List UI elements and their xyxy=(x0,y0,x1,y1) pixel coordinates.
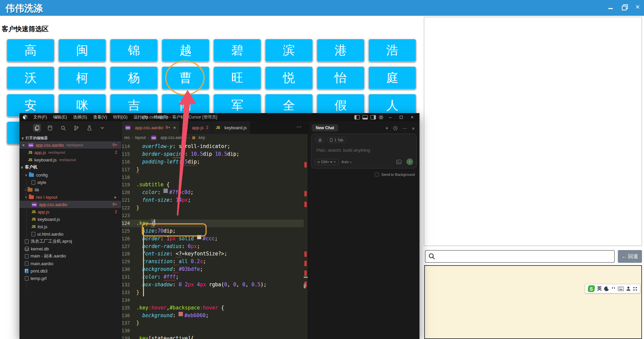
customer-key-button[interactable]: 锦 xyxy=(110,39,158,62)
history-icon[interactable] xyxy=(393,126,398,131)
menu-item[interactable]: 文件(F) xyxy=(30,114,50,120)
editor-tab[interactable]: JSkeyboard.js xyxy=(212,121,251,134)
customer-key-button[interactable]: 浩 xyxy=(368,39,416,62)
ide-maximize-icon[interactable] xyxy=(400,116,403,119)
close-panel-icon[interactable]: × xyxy=(412,126,415,131)
search-icon[interactable] xyxy=(59,124,67,132)
tree-row[interactable]: JSlist.js xyxy=(19,223,121,230)
punctuation-icon[interactable] xyxy=(611,286,615,291)
sogou-logo-icon[interactable]: S xyxy=(588,285,595,292)
editor-tab[interactable]: cssapp.css.aardio9+× xyxy=(121,121,180,134)
tree-row[interactable]: main - 副本.aardio xyxy=(19,252,121,260)
code-line[interactable]: 123 xyxy=(121,212,304,220)
customer-key-button[interactable]: 高 xyxy=(7,39,54,62)
close-icon[interactable]: × xyxy=(22,143,25,148)
code-line[interactable]: 130 background: #03bdfe; xyxy=(121,265,304,273)
customer-key-button[interactable]: 碧 xyxy=(213,39,261,62)
menu-item[interactable]: 编辑(E) xyxy=(50,114,70,120)
code-line[interactable]: 135.key:hover,#backspace:hover { xyxy=(121,304,304,312)
code-line[interactable]: 122} xyxy=(121,204,304,212)
user-icon[interactable] xyxy=(626,286,631,291)
code-line[interactable]: 121 font-size: 14px; xyxy=(121,196,304,204)
breadcrumb[interactable]: res›layout›cssapp.css.aardio›.key xyxy=(121,134,308,141)
tree-row[interactable]: print.db3 xyxy=(19,267,121,275)
model-selector[interactable]: Auto ∨ xyxy=(342,160,352,164)
tree-row[interactable]: 洗衣工厂工业机.aproj xyxy=(19,238,121,245)
customer-key-button[interactable]: 柯 xyxy=(58,66,106,89)
code-line[interactable]: 114 overflow-y: scroll-indicator; xyxy=(121,143,304,150)
tree-row[interactable]: ∨config xyxy=(19,171,121,179)
flask-icon[interactable] xyxy=(85,124,93,132)
code-line[interactable]: 117} xyxy=(121,166,304,174)
customer-key-button[interactable]: 闽 xyxy=(58,39,106,62)
chat-input-box[interactable]: @ 1 Tab Plan, search, build anything ∞ C… xyxy=(311,134,417,168)
tree-row[interactable]: ›lib xyxy=(19,186,121,193)
database-icon[interactable] xyxy=(46,124,54,132)
moon-icon[interactable] xyxy=(604,286,609,291)
chevron-down-icon[interactable] xyxy=(98,124,106,132)
code-line[interactable]: 127 border-radius: 6px; xyxy=(121,243,304,250)
menu-item[interactable]: 转到(G) xyxy=(110,114,131,120)
open-editor-row[interactable]: JSkeyboard.jsres\layout xyxy=(19,156,121,163)
code-line[interactable]: 139.key[state=active]{ xyxy=(121,335,304,339)
breadcrumb-item[interactable]: app.css.aardio xyxy=(160,135,187,140)
menu-item[interactable]: 终端(T) xyxy=(151,114,170,120)
customer-key-button[interactable]: 杨 xyxy=(110,66,158,89)
tree-row[interactable]: cssapp.css.aardio9+ xyxy=(19,201,121,208)
open-editors-header[interactable]: ∨ 打开的编辑器 xyxy=(19,135,121,141)
customer-key-button[interactable]: 沃 xyxy=(7,66,54,89)
tree-row[interactable]: style xyxy=(19,179,121,186)
tab-close-icon[interactable]: × xyxy=(173,125,176,130)
customer-key-button[interactable]: 怡 xyxy=(317,66,364,89)
code-line[interactable]: 138 xyxy=(121,327,304,335)
tree-row[interactable]: JSkeyboard.js xyxy=(19,215,121,223)
code-line[interactable]: 116 padding-left:15dip; xyxy=(121,158,304,166)
code-line[interactable]: 120 color: #7f8c8d; xyxy=(121,189,304,196)
ime-language-toggle[interactable]: 英 xyxy=(597,286,602,292)
gear-icon[interactable] xyxy=(379,115,384,120)
code-line[interactable]: 118 xyxy=(121,174,304,181)
new-chat-tab[interactable]: New Chat xyxy=(312,124,338,132)
code-line[interactable]: 132 box-shadow: 0 2px 4px rgba(0, 0, 0, … xyxy=(121,281,304,289)
menu-item[interactable]: ⋯ xyxy=(170,114,181,120)
open-editor-row[interactable]: ×cssapp.css.aardiores\layout9+ xyxy=(19,141,121,149)
toggle-left-panel-icon[interactable] xyxy=(354,115,360,119)
breadcrumb-item[interactable]: .key xyxy=(198,135,205,140)
editor-tab[interactable]: JSapp.js2 xyxy=(180,121,212,134)
code-line[interactable]: 128 font-size: <?=keyfontSize?>; xyxy=(121,250,304,258)
tree-row[interactable]: ui.html.aardio xyxy=(19,230,121,238)
menu-item[interactable]: 运行(R) xyxy=(131,114,151,120)
menu-item[interactable]: 查看(V) xyxy=(90,114,110,120)
code-line[interactable]: 129 transition: all 0.2s; xyxy=(121,258,304,265)
code-line[interactable]: 136 background: #eb6060; xyxy=(121,312,304,320)
breadcrumb-item[interactable]: res xyxy=(124,135,130,140)
ime-toolbar[interactable]: S 英 xyxy=(585,284,640,293)
tree-row[interactable]: kernel.db xyxy=(19,245,121,252)
toggle-right-panel-icon[interactable] xyxy=(370,115,376,119)
customer-key-button[interactable]: 滨 xyxy=(265,39,313,62)
tab-context-chip[interactable]: 1 Tab xyxy=(327,137,346,143)
customer-key-button[interactable]: 旺 xyxy=(213,66,261,89)
customer-key-button[interactable]: 越 xyxy=(162,39,209,62)
customer-key-button[interactable]: 悦 xyxy=(265,66,313,89)
code-line[interactable]: 131 color: #fff; xyxy=(121,273,304,281)
open-editor-row[interactable]: JSapp.jsres\layout2 xyxy=(19,149,121,156)
keyboard-icon[interactable] xyxy=(618,287,624,291)
project-root-row[interactable]: ∨ 客户机 xyxy=(19,163,121,171)
context-at-chip[interactable]: @ xyxy=(315,137,325,143)
send-button[interactable]: ↑ xyxy=(406,158,413,165)
ide-close-icon[interactable]: × xyxy=(408,114,416,120)
close-icon[interactable]: × xyxy=(634,3,641,11)
new-chat-icon[interactable]: + xyxy=(385,125,388,131)
restore-icon[interactable] xyxy=(621,3,628,11)
code-line[interactable]: 125 size:70dip; xyxy=(121,227,304,235)
code-line[interactable]: 126 border: 1px solid #ccc; xyxy=(121,235,304,243)
toggle-bottom-panel-icon[interactable] xyxy=(362,115,368,119)
minimize-icon[interactable] xyxy=(607,3,614,11)
menu-item[interactable]: 选择(S) xyxy=(70,114,90,120)
search-input[interactable] xyxy=(425,250,615,263)
code-line[interactable]: 137} xyxy=(121,319,304,327)
editor-scrollbar[interactable] xyxy=(304,141,308,339)
code-editor[interactable]: 114 overflow-y: scroll-indicator;115 bor… xyxy=(121,141,304,339)
toolbox-grid-icon[interactable] xyxy=(633,287,637,291)
